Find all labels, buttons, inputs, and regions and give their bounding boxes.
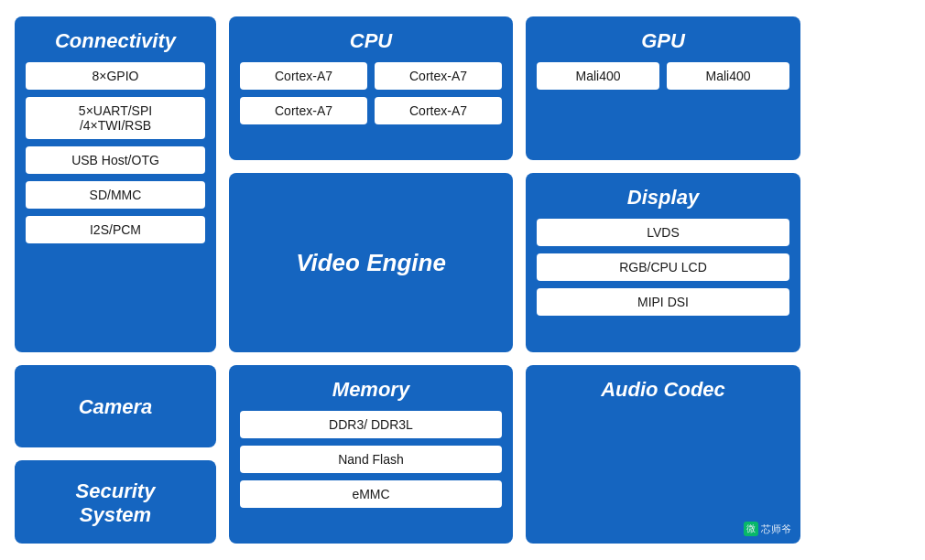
watermark: 微 芯师爷: [744, 522, 791, 536]
memory-title: Memory: [332, 374, 409, 404]
display-item-rgb: RGB/CPU LCD: [537, 253, 789, 281]
display-block: Display LVDS RGB/CPU LCD MIPI DSI: [526, 173, 800, 351]
connectivity-item-i2s: I2S/PCM: [26, 216, 205, 243]
cpu-block: CPU Cortex-A7 Cortex-A7 Cortex-A7 Cortex…: [229, 16, 513, 160]
gpu-item-1: Mali400: [667, 62, 789, 90]
main-diagram: Connectivity 8×GPIO 5×UART/SPI /4×TWI/RS…: [0, 0, 925, 560]
display-item-mipi: MIPI DSI: [537, 288, 789, 316]
cpu-core-1: Cortex-A7: [375, 62, 502, 90]
gpu-items-grid: Mali400 Mali400: [537, 62, 789, 90]
connectivity-item-uart: 5×UART/SPI /4×TWI/RSB: [26, 97, 205, 139]
connectivity-title: Connectivity: [55, 26, 176, 55]
cpu-cores-grid: Cortex-A7 Cortex-A7 Cortex-A7 Cortex-A7: [240, 62, 502, 124]
wechat-icon: 微: [744, 522, 758, 536]
left-bottom-area: Camera Security System: [15, 365, 216, 544]
watermark-text: 芯师爷: [761, 522, 791, 536]
security-block: Security System: [15, 460, 216, 544]
display-title: Display: [627, 182, 699, 211]
camera-block: Camera: [15, 365, 216, 448]
cpu-core-0: Cortex-A7: [240, 62, 367, 90]
audio-codec-title: Audio Codec: [601, 374, 725, 404]
cpu-core-2: Cortex-A7: [240, 97, 367, 124]
cpu-title: CPU: [350, 26, 392, 55]
connectivity-block: Connectivity 8×GPIO 5×UART/SPI /4×TWI/RS…: [15, 16, 216, 352]
memory-block: Memory DDR3/ DDR3L Nand Flash eMMC: [229, 365, 513, 544]
connectivity-item-usb: USB Host/OTG: [26, 146, 205, 174]
security-title: Security System: [76, 476, 156, 529]
audio-codec-block: Audio Codec 微 芯师爷: [526, 365, 800, 544]
memory-item-ddr3: DDR3/ DDR3L: [240, 411, 502, 438]
memory-item-emmc: eMMC: [240, 480, 502, 508]
cpu-core-3: Cortex-A7: [375, 97, 502, 124]
connectivity-item-sd: SD/MMC: [26, 181, 205, 209]
display-item-lvds: LVDS: [537, 219, 789, 246]
camera-title: Camera: [79, 392, 153, 421]
gpu-item-0: Mali400: [537, 62, 659, 90]
video-engine-title: Video Engine: [296, 245, 446, 279]
video-engine-block: Video Engine: [229, 173, 513, 351]
gpu-title: GPU: [641, 26, 685, 55]
gpu-block: GPU Mali400 Mali400: [526, 16, 800, 160]
connectivity-item-gpio: 8×GPIO: [26, 62, 205, 90]
memory-item-nand: Nand Flash: [240, 446, 502, 473]
